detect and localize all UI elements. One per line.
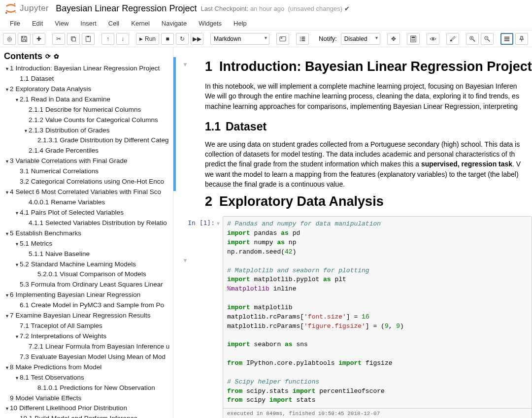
toc-item[interactable]: 4.0.0.1Rename Variables	[4, 197, 171, 208]
toc-item[interactable]: 5.2.0.1Visual Comparison of Models	[4, 269, 171, 280]
notify-select[interactable]: Disabled	[341, 33, 380, 45]
toc-item[interactable]: ▼4.1Pairs Plot of Selected Variables	[4, 208, 171, 218]
toc-item[interactable]: 8.1.0.1Predictions for New Observation	[4, 383, 171, 393]
toc-item[interactable]: 5.3Formula from Ordinary Least Squares L…	[4, 280, 171, 290]
zoom-in-button[interactable]	[466, 33, 479, 45]
code-cell[interactable]: In [1]:▼ # Pandas and numpy for data man…	[183, 216, 532, 418]
refresh-icon[interactable]: ⟳	[45, 53, 51, 60]
toc-item[interactable]: 7.1Traceplot of All Samples	[4, 321, 171, 331]
toc-item[interactable]: ▼5.2Standard Machine Learning Models	[4, 259, 171, 270]
markdown-cell[interactable]: 1Introduction: Bayesian Linear Regressio…	[183, 59, 532, 189]
toc-item[interactable]: ▼8.1Test Observations	[4, 373, 171, 383]
notebook-area[interactable]: ▼ ▼ 1Introduction: Bayesian Linear Regre…	[173, 47, 532, 418]
svg-rect-7	[280, 36, 286, 41]
toc-item[interactable]: ▼8Make Predictions from Model	[4, 362, 171, 373]
toc-item[interactable]: ▼2.1.3Distribution of Grades	[4, 126, 171, 136]
toc-item[interactable]: ▼6Implementing Bayesian Linear Regressio…	[4, 290, 171, 300]
toc-item[interactable]: 5.1.1Naive Baseline	[4, 249, 171, 259]
command-palette-button[interactable]	[276, 33, 289, 45]
code-input[interactable]: # Pandas and numpy for data manipulation…	[223, 216, 532, 418]
toc-item[interactable]: 1.1Dataset	[4, 74, 171, 84]
svg-point-19	[414, 39, 415, 40]
target-icon[interactable]: ◎	[3, 33, 16, 45]
add-cell-button[interactable]: ✚	[33, 33, 45, 45]
jupyter-logo-text: Jupyter	[20, 3, 49, 13]
cell-selection-bar	[173, 57, 176, 191]
notebook-header: Jupyter Bayesian Linear Regression Proje…	[0, 0, 532, 17]
brush-icon[interactable]	[446, 33, 459, 45]
toc-list: ▼1Introduction: Bayesian Linear Regressi…	[4, 64, 171, 418]
svg-rect-14	[301, 40, 305, 41]
calculator-icon[interactable]	[407, 33, 420, 45]
toc-item[interactable]: 6.1Create Model in PyMC3 and Sample from…	[4, 300, 171, 311]
toc-item[interactable]: ▼4Select 6 Most Correlated Variables wit…	[4, 187, 171, 197]
menu-kernel[interactable]: Kernel	[125, 18, 156, 29]
eye-icon[interactable]	[427, 33, 439, 45]
menu-file[interactable]: File	[4, 18, 26, 29]
save-button[interactable]	[18, 33, 31, 45]
toc-item[interactable]: ▼5.1Metrics	[4, 239, 171, 249]
zoom-out-button[interactable]	[481, 33, 494, 45]
menu-help[interactable]: Help	[228, 18, 253, 29]
toc-item[interactable]: 4.1.1Selected Variables Distribution by …	[4, 218, 171, 228]
toc-item[interactable]: 2.1.2Value Counts for Categorical Column…	[4, 115, 171, 126]
toc-item[interactable]: ▼3Variable Correlations with Final Grade	[4, 156, 171, 166]
svg-point-21	[413, 40, 414, 41]
toc-item[interactable]: ▼7Examine Bayesian Linear Regression Res…	[4, 311, 171, 321]
move-down-button[interactable]: ↓	[116, 33, 129, 45]
menu-cell[interactable]: Cell	[102, 18, 125, 29]
jupyter-logo[interactable]: Jupyter	[4, 1, 54, 15]
toolbar: ◎ ✚ ✂ ↑ ↓ ▶Run ■ ↻ ▶▶ Markdown Notify: D…	[0, 31, 532, 47]
cut-button[interactable]: ✂	[52, 33, 65, 45]
run-button[interactable]: ▶Run	[136, 33, 159, 45]
markdown-cell[interactable]: 2Exploratory Data Analysis	[183, 194, 532, 209]
toc-sidebar: Contents ⟳ ✿ ▼1Introduction: Bayesian Li…	[0, 47, 173, 418]
move-icon[interactable]: ✥	[387, 33, 400, 45]
svg-rect-34	[504, 40, 510, 41]
heading-2: 1.1Dataset	[205, 120, 532, 133]
toc-item[interactable]: 7.3Evaluate Bayesian Model Using Mean of…	[4, 352, 171, 362]
svg-point-18	[413, 39, 414, 40]
pin-icon[interactable]	[515, 33, 528, 45]
toc-item[interactable]: 3.2Categorical Correlations using One-Ho…	[4, 177, 171, 187]
svg-point-9	[300, 36, 301, 37]
toc-item[interactable]: ▼7.2Interpretations of Weights	[4, 331, 171, 342]
toc-item[interactable]: ▼2Exploratory Data Analysis	[4, 84, 171, 95]
toc-item[interactable]: 3.1Numerical Correlations	[4, 166, 171, 177]
notebook-title[interactable]: Bayesian Linear Regression Project	[56, 3, 197, 14]
gear-icon[interactable]: ✿	[54, 53, 59, 60]
toc-list-icon[interactable]	[296, 33, 309, 45]
svg-rect-33	[504, 38, 510, 39]
toc-item[interactable]: ▼2.1Read in Data and Examine	[4, 95, 171, 105]
interrupt-button[interactable]: ■	[161, 33, 174, 45]
toc-item[interactable]: ▼10Different Likelihood Prior Distributi…	[4, 403, 171, 414]
svg-point-20	[411, 40, 412, 41]
toc-item[interactable]: 9Model Variable Effects	[4, 393, 171, 404]
toc-item[interactable]: 2.1.1Describe for Numerical Columns	[4, 105, 171, 115]
celltype-select[interactable]: Markdown	[210, 33, 269, 45]
svg-line-26	[473, 39, 475, 41]
menu-insert[interactable]: Insert	[74, 18, 102, 29]
toc-item[interactable]: 7.2.1Linear Formula from Bayesian Infere…	[4, 342, 171, 352]
collapse-input-icon[interactable]: ▼	[217, 221, 220, 226]
toc-item[interactable]: ▼5Establish Benchmarks	[4, 228, 171, 239]
copy-button[interactable]	[67, 33, 80, 45]
paragraph: In this notebook, we will implement a co…	[205, 81, 532, 111]
toc-item[interactable]: 2.1.4Grade Percentiles	[4, 146, 171, 156]
restart-button[interactable]: ↻	[176, 33, 189, 45]
move-up-button[interactable]: ↑	[101, 33, 114, 45]
menu-view[interactable]: View	[49, 18, 74, 29]
svg-rect-12	[301, 38, 305, 39]
restart-run-all-button[interactable]: ▶▶	[191, 33, 203, 45]
list-view-button[interactable]	[500, 33, 513, 45]
heading-1: 1Introduction: Bayesian Linear Regressio…	[205, 59, 532, 74]
menu-widgets[interactable]: Widgets	[193, 18, 228, 29]
svg-rect-10	[301, 36, 305, 37]
collapse-heading-icon[interactable]: ▼	[182, 61, 188, 68]
toc-item[interactable]: 10.1Build Model and Perform Inference	[4, 414, 171, 418]
menu-navigate[interactable]: Navigate	[156, 18, 193, 29]
toc-item[interactable]: 2.1.3.1Grade Distribution by Different C…	[4, 135, 171, 146]
toc-item[interactable]: ▼1Introduction: Bayesian Linear Regressi…	[4, 64, 171, 74]
paste-button[interactable]	[82, 33, 95, 45]
menu-edit[interactable]: Edit	[26, 18, 49, 29]
